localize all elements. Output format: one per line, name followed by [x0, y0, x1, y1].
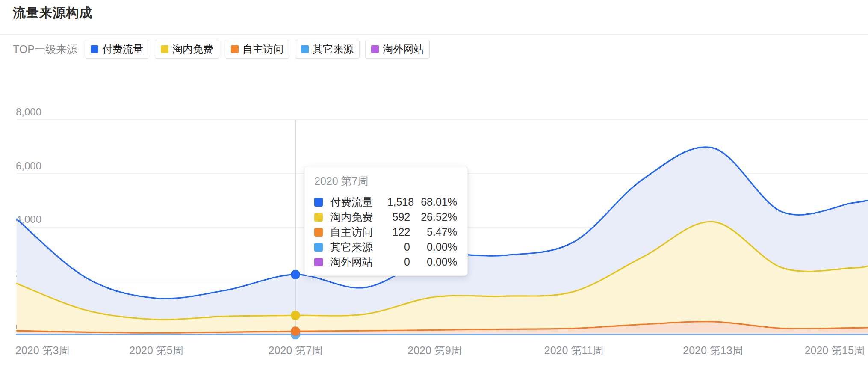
x-axis-tick-label: 2020 第3周 — [15, 344, 69, 356]
tooltip-series-name: 自主访问 — [330, 225, 393, 239]
tooltip-row: 淘内免费59226.52% — [314, 210, 457, 225]
x-axis-tick-label: 2020 第13周 — [683, 344, 743, 356]
highlight-dot-自主访问 — [291, 326, 300, 336]
tooltip-series-value: 592 — [393, 211, 410, 223]
tooltip-series-percent: 26.52% — [410, 211, 457, 223]
tooltip-series-name: 淘外网站 — [330, 255, 393, 269]
tooltip-series-percent: 68.01% — [414, 196, 457, 208]
x-axis-tick-label: 2020 第7周 — [269, 344, 322, 356]
tooltip-series-value: 122 — [393, 226, 410, 238]
tooltip-series-value: 0 — [393, 241, 410, 253]
y-axis-tick-label: 6,000 — [16, 160, 41, 172]
tooltip-series-value: 0 — [393, 256, 410, 268]
tooltip-series-percent: 0.00% — [410, 256, 457, 268]
x-axis-tick-label: 2020 第9周 — [407, 344, 461, 356]
tooltip-title: 2020 第7周 — [314, 174, 457, 188]
chart-tooltip: 2020 第7周 付费流量1,51868.01%淘内免费59226.52%自主访… — [304, 166, 468, 276]
tooltip-series-name: 淘内免费 — [330, 210, 393, 224]
tooltip-row: 付费流量1,51868.01% — [314, 195, 457, 210]
tooltip-series-swatch-icon — [314, 213, 323, 222]
y-axis-tick-label: 8,000 — [16, 106, 41, 118]
tooltip-series-swatch-icon — [314, 243, 323, 252]
tooltip-row: 自主访问1225.47% — [314, 225, 457, 240]
highlight-dot-淘内免费 — [291, 311, 300, 320]
tooltip-series-name: 付费流量 — [330, 195, 387, 209]
tooltip-series-percent: 5.47% — [410, 226, 457, 238]
x-axis-tick-label: 2020 第15周 — [805, 344, 865, 356]
tooltip-row: 淘外网站00.00% — [314, 255, 457, 269]
highlight-dot-付费流量 — [291, 270, 300, 279]
tooltip-series-swatch-icon — [314, 198, 323, 207]
tooltip-series-value: 1,518 — [387, 196, 414, 208]
tooltip-series-percent: 0.00% — [410, 241, 457, 253]
tooltip-series-name: 其它来源 — [330, 240, 393, 254]
tooltip-series-swatch-icon — [314, 228, 323, 237]
x-axis-tick-label: 2020 第5周 — [129, 344, 183, 356]
x-axis-tick-label: 2020 第11周 — [544, 344, 604, 356]
tooltip-row: 其它来源00.00% — [314, 240, 457, 255]
tooltip-series-swatch-icon — [314, 258, 323, 266]
